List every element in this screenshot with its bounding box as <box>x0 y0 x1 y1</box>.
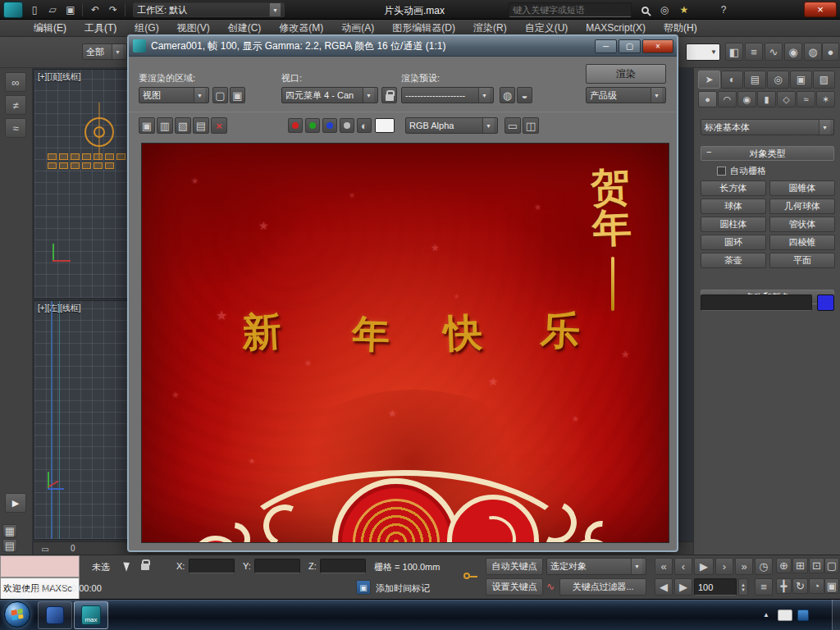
taskbar-3dsmax-button[interactable]: max <box>74 601 108 629</box>
app-titlebar[interactable]: ▯ ▱ ▣ ↶ ↷ 工作区: 默认▼ 片头动画.max ◎ ★ ? × <box>0 0 840 20</box>
area-to-render-dropdown[interactable]: 视图▼ <box>139 87 209 103</box>
menu-edit[interactable]: 编辑(E) <box>25 20 75 37</box>
viewport-left[interactable]: [+][左][线框] <box>34 300 128 540</box>
mirror-icon[interactable]: ◧ <box>725 43 743 61</box>
expand-panel-button[interactable]: ▶ <box>5 493 26 513</box>
add-time-tag[interactable]: 添加时间标记 <box>376 582 430 595</box>
y-coordinate-field[interactable] <box>254 559 300 573</box>
save-file-icon[interactable]: ▣ <box>62 2 79 17</box>
background-color-swatch[interactable] <box>375 118 395 133</box>
tray-network-icon[interactable] <box>797 609 809 621</box>
subtab-shapes[interactable]: ◠ <box>718 91 737 107</box>
curve-editor-icon[interactable]: ∿ <box>765 43 783 61</box>
communication-center-icon[interactable]: ◎ <box>656 2 673 17</box>
next-key-button[interactable]: ▶ <box>674 578 692 596</box>
blue-channel-button[interactable] <box>322 118 337 133</box>
zoom-region-icon[interactable]: ▢ <box>824 558 839 573</box>
object-button-cone[interactable]: 圆锥体 <box>769 180 835 196</box>
auto-key-button[interactable]: 自动关键点 <box>486 558 543 575</box>
alpha-channel-button[interactable]: ◐ <box>357 118 372 133</box>
viewport-layout-tab-icon[interactable]: ▦ <box>2 524 17 537</box>
category-dropdown[interactable]: 标准基本体▼ <box>701 119 834 135</box>
object-color-swatch[interactable] <box>817 294 834 311</box>
go-to-start-button[interactable]: « <box>655 558 673 575</box>
show-desktop-button[interactable] <box>832 600 840 630</box>
maximize-button[interactable]: ▢ <box>619 39 641 53</box>
copy-image-icon[interactable]: ▥ <box>157 117 173 134</box>
pan-icon[interactable]: ╋ <box>776 578 792 594</box>
tray-keyboard-icon[interactable] <box>778 609 792 621</box>
listener-window-icon[interactable]: ▣ <box>356 580 371 595</box>
x-coordinate-field[interactable] <box>189 559 235 573</box>
go-to-end-button[interactable]: » <box>735 558 753 575</box>
render-production-icon[interactable]: ● <box>822 43 839 61</box>
menu-tools[interactable]: 工具(T) <box>75 20 126 37</box>
subtab-geometry[interactable]: ● <box>698 91 717 107</box>
close-render-window-button[interactable]: × <box>642 39 673 53</box>
object-button-sphere[interactable]: 球体 <box>701 199 766 214</box>
close-app-button[interactable]: × <box>804 2 837 17</box>
subtab-helpers[interactable]: ◇ <box>777 91 796 107</box>
key-filters-button[interactable]: 关键点过滤器... <box>559 578 646 596</box>
object-button-torus[interactable]: 圆环 <box>701 235 766 250</box>
start-button[interactable] <box>4 601 30 628</box>
redo-icon[interactable]: ↷ <box>105 2 121 17</box>
isolate-selection-icon[interactable] <box>120 559 135 573</box>
selection-filter-dropdown[interactable]: 全部▼ <box>82 43 127 60</box>
select-and-link-icon[interactable]: ∞ <box>5 72 26 92</box>
monochrome-channel-button[interactable] <box>340 118 354 133</box>
save-image-icon[interactable]: ▣ <box>139 117 155 134</box>
maxscript-listener-button[interactable]: ≡ <box>755 578 773 596</box>
selection-lock-icon[interactable] <box>138 557 153 572</box>
subtab-systems[interactable]: ✶ <box>816 91 835 107</box>
subtab-cameras[interactable]: ▮ <box>757 91 776 107</box>
clear-image-icon[interactable]: × <box>211 117 227 134</box>
object-button-cylinder[interactable]: 圆柱体 <box>701 217 766 232</box>
clone-window-icon[interactable]: ▧ <box>175 117 191 134</box>
workspace-dropdown[interactable]: 工作区: 默认▼ <box>133 2 285 17</box>
favorites-star-icon[interactable]: ★ <box>676 2 692 17</box>
layout-single-icon[interactable]: ▭ <box>504 117 521 134</box>
object-button-geosphere[interactable]: 几何球体 <box>769 199 835 214</box>
zoom-all-icon[interactable]: ⊞ <box>792 558 808 573</box>
search-input[interactable] <box>509 2 632 17</box>
render-window-titlebar[interactable]: Camera001, 帧 100, 显示 Gamma: 2.2, RGBA 颜色… <box>129 36 677 57</box>
undo-icon[interactable]: ↶ <box>87 2 103 17</box>
time-configuration-button[interactable]: ◷ <box>755 558 773 575</box>
rollout-object-type[interactable]: − 对象类型 <box>701 146 834 161</box>
object-button-pyramid[interactable]: 四棱锥 <box>769 235 835 250</box>
object-button-box[interactable]: 长方体 <box>701 180 766 196</box>
environment-dialog-icon[interactable]: ◒ <box>517 87 532 103</box>
current-frame-field[interactable] <box>694 578 737 596</box>
open-file-icon[interactable]: ▱ <box>44 2 61 17</box>
channel-display-dropdown[interactable]: RGB Alpha▼ <box>405 117 498 134</box>
new-scene-icon[interactable]: ▯ <box>26 2 43 17</box>
viewport-layout-tab2-icon[interactable]: ▤ <box>2 539 17 552</box>
subtab-spacewarps[interactable]: ≈ <box>797 91 815 107</box>
viewport-top-label[interactable]: [+][顶][线框] <box>38 71 81 83</box>
grid-setting-label[interactable]: 栅格 = 100.0mm <box>374 561 440 573</box>
print-image-icon[interactable]: ▤ <box>193 117 209 134</box>
show-hidden-icons-arrow[interactable]: ▲ <box>763 611 769 619</box>
tab-display[interactable]: ▣ <box>790 71 812 89</box>
zoom-icon[interactable]: ⊕ <box>776 558 792 573</box>
selection-set-dropdown[interactable]: 选定对象▼ <box>546 558 646 575</box>
set-key-button[interactable]: 设置关键点 <box>486 578 543 596</box>
render-button[interactable]: 渲染 <box>586 64 666 84</box>
spinner-down-icon[interactable]: ▼ <box>741 587 746 592</box>
edit-region-icon[interactable]: ▢ <box>212 87 228 103</box>
track-bar-icon[interactable]: ▭ <box>38 543 52 555</box>
maxscript-macro-pane[interactable] <box>0 555 80 578</box>
object-name-input[interactable] <box>701 294 812 311</box>
field-of-view-icon[interactable]: ◔ <box>809 578 824 594</box>
render-quality-dropdown[interactable]: 产品级▼ <box>586 87 666 103</box>
z-coordinate-field[interactable] <box>320 559 366 573</box>
orbit-icon[interactable]: ↻ <box>792 578 808 594</box>
named-selection-set-dropdown[interactable]: ▼ <box>686 43 720 61</box>
unlink-selection-icon[interactable]: ≠ <box>5 95 26 115</box>
render-setup-dialog-icon[interactable]: ◍ <box>500 87 515 103</box>
taskbar-app-button[interactable] <box>38 601 72 629</box>
lock-viewport-icon[interactable] <box>381 87 397 103</box>
tab-modify[interactable]: ◐ <box>721 71 743 89</box>
maximize-viewport-icon[interactable]: ▣ <box>824 578 839 594</box>
